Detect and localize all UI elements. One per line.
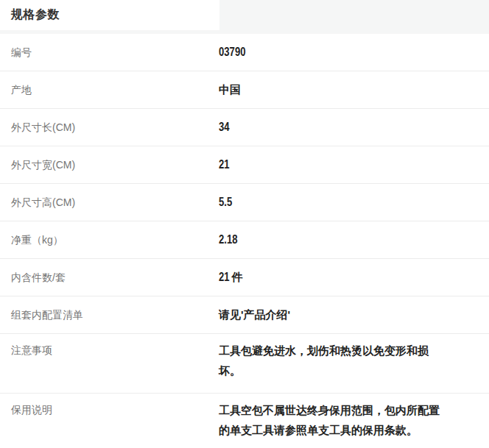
numeric-value: 5.5	[219, 184, 232, 221]
spec-value: 工具包避免进水，划伤和热烫以免变形和损 坏。	[219, 341, 489, 393]
spec-label: 外尺寸宽(CM)	[0, 146, 219, 183]
spec-label: 产地	[0, 71, 219, 108]
spec-label: 内含件数/套	[0, 259, 219, 296]
spec-row: 组套内配置清单 请见'产品介绍'	[0, 296, 489, 334]
spec-table: 编号 03790 产地 中国 外尺寸长(CM) 34 外尺寸宽(CM) 21 外…	[0, 34, 489, 448]
spec-label: 外尺寸长(CM)	[0, 109, 219, 146]
spec-panel: 规格参数 编号 03790 产地 中国 外尺寸长(CM) 34 外尺寸宽(CM)…	[0, 0, 489, 448]
spec-value: 34	[219, 109, 489, 146]
numeric-value: 03790	[219, 34, 245, 71]
tab-spec-params: 规格参数	[0, 0, 219, 30]
section-title: 规格参数	[11, 7, 60, 23]
spec-value: 21件	[219, 259, 489, 296]
spec-value: 2.18	[219, 221, 489, 258]
spec-row: 外尺寸高(CM) 5.5	[0, 184, 489, 221]
section-header-bar: 规格参数	[0, 0, 489, 34]
spec-value: 5.5	[219, 184, 489, 221]
numeric-value: 21	[219, 146, 230, 183]
spec-row: 产地 中国	[0, 71, 489, 109]
numeric-value: 21	[219, 259, 230, 296]
spec-row: 编号 03790	[0, 34, 489, 71]
spec-label: 编号	[0, 34, 219, 71]
spec-row: 净重（kg） 2.18	[0, 221, 489, 259]
spec-row: 内含件数/套 21件	[0, 259, 489, 296]
spec-value: 03790	[219, 34, 489, 71]
spec-label: 保用说明	[0, 400, 219, 448]
spec-value: 工具空包不属世达终身保用范围，包内所配置 的单支工具请参照单支工具的保用条款。	[219, 400, 489, 448]
spec-label: 外尺寸高(CM)	[0, 184, 219, 221]
numeric-value: 2.18	[219, 221, 238, 258]
spec-row: 外尺寸长(CM) 34	[0, 109, 489, 146]
spec-label: 组套内配置清单	[0, 296, 219, 333]
spec-value: 21	[219, 146, 489, 183]
spec-value: 中国	[219, 71, 489, 108]
spec-row: 外尺寸宽(CM) 21	[0, 146, 489, 184]
spec-row: 注意事项 工具包避免进水，划伤和热烫以免变形和损 坏。	[0, 334, 489, 394]
spec-value: 请见'产品介绍'	[219, 296, 489, 333]
spec-row: 保用说明 工具空包不属世达终身保用范围，包内所配置 的单支工具请参照单支工具的保…	[0, 394, 489, 448]
numeric-value: 34	[219, 109, 230, 146]
spec-label: 净重（kg）	[0, 221, 219, 258]
spec-label: 注意事项	[0, 341, 219, 393]
